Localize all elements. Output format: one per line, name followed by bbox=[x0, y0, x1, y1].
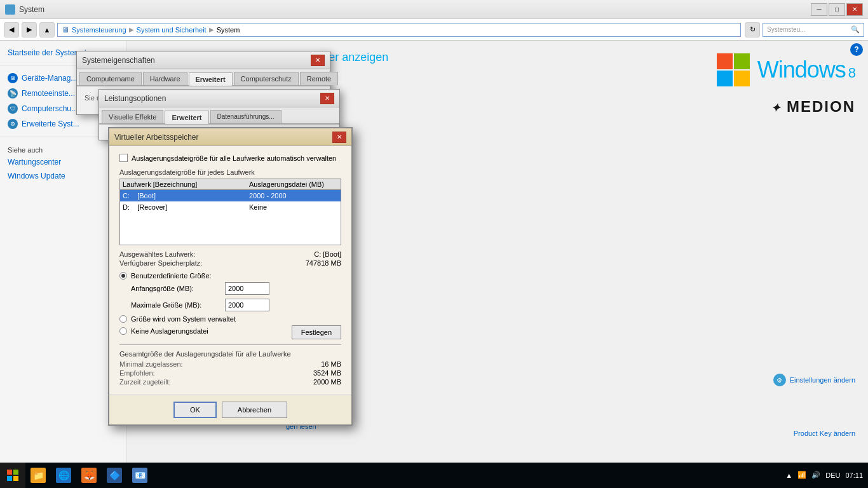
start-button[interactable] bbox=[0, 463, 25, 488]
syseig-close-button[interactable]: ✕ bbox=[311, 55, 325, 66]
drive-d-size: Keine bbox=[249, 203, 338, 211]
taskbar: 📁 🌐 🦊 🔷 📧 ▲ 📶 🔊 DEU 07:11 bbox=[0, 463, 868, 488]
network-icon: 🔷 bbox=[107, 468, 122, 483]
available-space-row: Verfügbarer Speicherplatz: 747818 MB bbox=[119, 259, 341, 267]
available-space-value: 747818 MB bbox=[306, 259, 341, 267]
table-spacer bbox=[120, 213, 341, 245]
start-size-label: Anfangsgröße (MB): bbox=[131, 285, 220, 292]
start-icon bbox=[6, 469, 19, 482]
col-datei: Auslagerungsdatei (MB) bbox=[249, 180, 338, 188]
ok-button[interactable]: OK bbox=[173, 402, 217, 418]
size-section-title: Auslagerungsdateigröße für jedes Laufwer… bbox=[119, 168, 341, 176]
leist-tabs: Visuelle Effekte Erweitert Datenausführu… bbox=[99, 107, 339, 125]
custom-radio-btn[interactable] bbox=[119, 272, 127, 280]
leist-close-button[interactable]: ✕ bbox=[320, 93, 334, 104]
max-size-label: Maximale Größe (MB): bbox=[131, 301, 220, 309]
no-paging-row: Keine Auslagerungsdatei Festlegen bbox=[119, 325, 341, 339]
drive-row-c[interactable]: C: [Boot] 2000 - 2000 bbox=[120, 190, 341, 201]
svg-rect-1 bbox=[13, 470, 18, 475]
max-size-input[interactable] bbox=[225, 299, 269, 311]
taskbar-icon-firefox[interactable]: 🦊 bbox=[76, 463, 102, 488]
dialog-layer: Systemeigenschaften ✕ Computername Hardw… bbox=[0, 0, 868, 488]
recommended-value: 3524 MB bbox=[313, 369, 341, 377]
taskbar-time-section[interactable]: 07:11 bbox=[845, 471, 863, 480]
drive-c-name: C: [Boot] bbox=[123, 192, 249, 200]
syseig-title-bar: Systemeigenschaften ✕ bbox=[77, 51, 330, 69]
system-managed-option[interactable]: Größe wird vom System verwaltet bbox=[119, 315, 341, 323]
tab-visuelle-effekte[interactable]: Visuelle Effekte bbox=[102, 110, 163, 123]
virt-title-bar: Virtueller Arbeitsspeicher ✕ bbox=[109, 128, 351, 146]
drive-info-section: Ausgewähltes Laufwerk: C: [Boot] Verfügb… bbox=[119, 250, 341, 267]
totals-section: Gesamtgröße der Auslagerungsdatei für al… bbox=[119, 344, 341, 386]
drive-c-size: 2000 - 2000 bbox=[249, 192, 338, 200]
festlegen-button[interactable]: Festlegen bbox=[292, 325, 341, 339]
tab-remote[interactable]: Remote bbox=[300, 72, 339, 85]
svg-rect-3 bbox=[13, 476, 18, 481]
totals-title: Gesamtgröße der Auslagerungsdatei für al… bbox=[119, 350, 341, 358]
recommended-row: Empfohlen: 3524 MB bbox=[119, 369, 341, 377]
taskbar-icon-app5[interactable]: 📧 bbox=[127, 463, 153, 488]
tab-hardware[interactable]: Hardware bbox=[143, 72, 187, 85]
tab-leist-erweitert[interactable]: Erweitert bbox=[165, 111, 208, 124]
current-row: Zurzeit zugeteilt: 2000 MB bbox=[119, 378, 341, 386]
auto-checkbox-label: Auslagerungsdateigröße für alle Laufwerk… bbox=[132, 154, 336, 162]
cancel-button[interactable]: Abbrechen bbox=[222, 402, 287, 418]
no-paging-radio[interactable] bbox=[119, 327, 127, 335]
taskbar-icons: 📁 🌐 🦊 🔷 📧 bbox=[25, 463, 153, 488]
tab-computername[interactable]: Computername bbox=[79, 72, 142, 85]
virt-title: Virtueller Arbeitsspeicher bbox=[114, 133, 332, 142]
tab-erweitert[interactable]: Erweitert bbox=[189, 72, 233, 86]
svg-rect-0 bbox=[7, 470, 12, 475]
min-value: 16 MB bbox=[321, 360, 341, 368]
leist-title: Leistungsoptionen bbox=[104, 94, 320, 103]
drive-row-d[interactable]: D: [Recover] Keine bbox=[120, 201, 341, 213]
min-label: Minimal zugelassen: bbox=[119, 360, 183, 368]
taskbar-arrow-icon[interactable]: ▲ bbox=[785, 471, 792, 479]
virt-main-content: Auslagerungsdateigröße für alle Laufwerk… bbox=[109, 146, 351, 395]
taskbar-right: ▲ 📶 🔊 DEU 07:11 bbox=[785, 471, 868, 480]
svg-rect-2 bbox=[7, 476, 12, 481]
virt-button-bar: OK Abbrechen bbox=[109, 395, 351, 424]
taskbar-icon-explorer[interactable]: 📁 bbox=[25, 463, 51, 488]
system-managed-label: Größe wird vom System verwaltet bbox=[131, 315, 236, 323]
taskbar-icon-ie[interactable]: 🌐 bbox=[51, 463, 76, 488]
selected-drive-row: Ausgewähltes Laufwerk: C: [Boot] bbox=[119, 250, 341, 258]
leist-title-bar: Leistungsoptionen ✕ bbox=[99, 90, 339, 107]
network-status-icon: 📶 bbox=[797, 471, 806, 479]
syseig-tabs: Computername Hardware Erweitert Computer… bbox=[77, 69, 330, 86]
auto-checkbox[interactable] bbox=[119, 154, 128, 162]
volume-icon: 🔊 bbox=[811, 471, 820, 479]
current-value: 2000 MB bbox=[313, 378, 341, 386]
virtueller-arbeitsspeicher-dialog: Virtueller Arbeitsspeicher ✕ Auslagerung… bbox=[108, 127, 353, 426]
app5-icon: 📧 bbox=[132, 468, 147, 483]
selected-drive-label: Ausgewähltes Laufwerk: bbox=[119, 250, 195, 258]
custom-size-option[interactable]: Benutzerdefinierte Größe: bbox=[119, 272, 341, 280]
firefox-icon: 🦊 bbox=[81, 468, 97, 483]
clock-time: 07:11 bbox=[845, 471, 863, 480]
taskbar-icon-network[interactable]: 🔷 bbox=[102, 463, 127, 488]
available-space-label: Verfügbarer Speicherplatz: bbox=[119, 259, 202, 267]
custom-radio-label: Benutzerdefinierte Größe: bbox=[131, 272, 212, 280]
virt-close-button[interactable]: ✕ bbox=[332, 132, 346, 143]
auto-checkbox-row: Auslagerungsdateigröße für alle Laufwerk… bbox=[119, 154, 341, 162]
drive-table: Laufwerk [Bezeichnung] Auslagerungsdatei… bbox=[119, 179, 341, 245]
tab-datausfuehr[interactable]: Datenausführungs... bbox=[210, 110, 281, 123]
table-header: Laufwerk [Bezeichnung] Auslagerungsdatei… bbox=[120, 179, 341, 190]
selected-drive-value: C: [Boot] bbox=[314, 250, 341, 258]
no-paging-label: Keine Auslagerungsdatei bbox=[131, 327, 208, 335]
start-size-input[interactable] bbox=[225, 282, 269, 295]
current-label: Zurzeit zugeteilt: bbox=[119, 378, 171, 386]
language-label: DEU bbox=[825, 471, 840, 479]
drive-d-name: D: [Recover] bbox=[123, 203, 249, 211]
min-row: Minimal zugelassen: 16 MB bbox=[119, 360, 341, 368]
start-size-row: Anfangsgröße (MB): bbox=[119, 282, 341, 295]
recommended-label: Empfohlen: bbox=[119, 369, 155, 377]
max-size-row: Maximale Größe (MB): bbox=[119, 299, 341, 311]
ie-icon: 🌐 bbox=[56, 468, 71, 483]
system-managed-radio[interactable] bbox=[119, 315, 127, 323]
col-laufwerk: Laufwerk [Bezeichnung] bbox=[123, 180, 249, 188]
syseig-title: Systemeigenschaften bbox=[82, 56, 311, 65]
no-paging-option[interactable]: Keine Auslagerungsdatei bbox=[119, 327, 208, 335]
tab-computerschutz[interactable]: Computerschutz bbox=[234, 72, 299, 85]
explorer-icon: 📁 bbox=[31, 468, 46, 483]
